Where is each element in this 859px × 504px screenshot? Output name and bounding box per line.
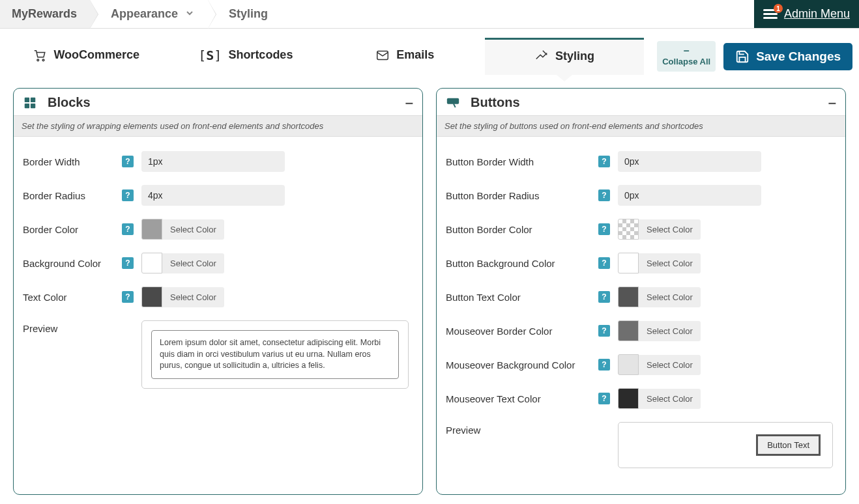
- admin-menu-label: Admin Menu: [784, 7, 850, 21]
- row-button-border-color: Button Border Color ? Select Color: [446, 212, 836, 246]
- tab-styling[interactable]: Styling: [485, 38, 645, 75]
- row-button-border-radius: Button Border Radius ?: [446, 178, 836, 212]
- row-border-color: Border Color ? Select Color: [23, 212, 413, 246]
- svg-rect-5: [25, 103, 29, 107]
- field-label: Button Border Color: [446, 224, 532, 235]
- select-color-button[interactable]: Select Color: [639, 219, 701, 240]
- color-swatch[interactable]: [141, 219, 162, 240]
- row-preview: Preview Lorem ipsum dolor sit amet, cons…: [23, 314, 413, 395]
- color-swatch-transparent[interactable]: [618, 219, 639, 240]
- save-icon: [735, 49, 750, 64]
- row-button-background-color: Button Background Color ? Select Color: [446, 246, 836, 280]
- button-border-radius-input[interactable]: [618, 185, 761, 206]
- save-label: Save Changes: [756, 49, 841, 64]
- select-color-button[interactable]: Select Color: [639, 253, 701, 273]
- select-color-button[interactable]: Select Color: [639, 321, 701, 341]
- tab-actions: – Collapse All Save Changes: [644, 38, 852, 75]
- panel-header: Buttons –: [437, 89, 845, 115]
- row-button-preview: Preview Button Text: [446, 415, 836, 475]
- help-icon[interactable]: ?: [598, 156, 610, 167]
- breadcrumb: MyRewards Appearance Styling: [0, 0, 754, 28]
- svg-rect-7: [447, 98, 459, 104]
- row-button-border-width: Button Border Width ?: [446, 145, 836, 178]
- select-color-button[interactable]: Select Color: [162, 287, 224, 307]
- tab-bar: WooCommerce [S] Shortcodes Emails Stylin…: [0, 29, 859, 75]
- field-label: Border Color: [23, 224, 78, 235]
- chevron-down-icon: [184, 8, 195, 20]
- help-icon[interactable]: ?: [122, 189, 134, 201]
- tab-woocommerce[interactable]: WooCommerce: [7, 38, 166, 75]
- breadcrumb-root[interactable]: MyRewards: [0, 0, 90, 28]
- panel-body: Button Border Width ? Button Border Radi…: [437, 137, 845, 494]
- panel-description: Set the styling of buttons used on front…: [437, 115, 845, 137]
- tab-label: Styling: [555, 49, 594, 63]
- help-icon[interactable]: ?: [598, 189, 610, 201]
- field-label: Text Color: [23, 292, 67, 303]
- select-color-button[interactable]: Select Color: [162, 253, 224, 273]
- select-color-button[interactable]: Select Color: [639, 389, 701, 409]
- field-label: Border Radius: [23, 190, 85, 201]
- breadcrumb-current: Styling: [217, 0, 281, 28]
- tab-shortcodes[interactable]: [S] Shortcodes: [166, 38, 326, 75]
- panel-collapse-toggle[interactable]: –: [405, 99, 413, 106]
- row-hover-border-color: Mouseover Border Color ? Select Color: [446, 314, 836, 348]
- panel-description: Set the styling of wrapping elements use…: [14, 115, 422, 137]
- cart-icon: [33, 48, 47, 63]
- top-bar: MyRewards Appearance Styling 1 Admin Men…: [0, 0, 859, 29]
- help-icon[interactable]: ?: [122, 257, 134, 269]
- color-swatch[interactable]: [618, 354, 639, 375]
- color-swatch[interactable]: [618, 287, 639, 307]
- svg-point-1: [43, 59, 45, 61]
- svg-point-0: [37, 59, 39, 61]
- help-icon[interactable]: ?: [598, 325, 610, 337]
- select-color-button[interactable]: Select Color: [639, 355, 701, 375]
- preview-text: Lorem ipsum dolor sit amet, consectetur …: [151, 330, 399, 379]
- help-icon[interactable]: ?: [122, 291, 134, 303]
- color-swatch[interactable]: [141, 253, 162, 273]
- row-border-width: Border Width ?: [23, 145, 413, 178]
- help-icon[interactable]: ?: [122, 156, 134, 167]
- minus-icon: –: [662, 45, 710, 57]
- collapse-all-button[interactable]: – Collapse All: [657, 41, 716, 72]
- select-color-button[interactable]: Select Color: [639, 287, 701, 307]
- breadcrumb-parent[interactable]: Appearance: [99, 0, 208, 28]
- field-label: Button Border Radius: [446, 190, 539, 201]
- button-border-width-input[interactable]: [618, 151, 761, 172]
- tab-emails[interactable]: Emails: [325, 38, 485, 75]
- shortcode-icon: [S]: [198, 48, 222, 63]
- field-label: Preview: [23, 323, 57, 334]
- panel-title: Blocks: [48, 95, 395, 110]
- help-icon[interactable]: ?: [598, 257, 610, 269]
- help-icon[interactable]: ?: [598, 359, 610, 371]
- panel-header: Blocks –: [14, 89, 422, 115]
- color-swatch[interactable]: [141, 287, 162, 307]
- panel-buttons: Buttons – Set the styling of buttons use…: [436, 88, 846, 495]
- help-icon[interactable]: ?: [598, 393, 610, 404]
- svg-rect-3: [25, 97, 29, 102]
- row-background-color: Background Color ? Select Color: [23, 246, 413, 280]
- svg-rect-6: [31, 103, 35, 107]
- save-changes-button[interactable]: Save Changes: [723, 43, 852, 70]
- help-icon[interactable]: ?: [598, 223, 610, 235]
- help-icon[interactable]: ?: [122, 223, 134, 235]
- row-border-radius: Border Radius ?: [23, 178, 413, 212]
- color-swatch[interactable]: [618, 320, 639, 341]
- admin-menu-button[interactable]: 1 Admin Menu: [754, 0, 859, 28]
- border-width-input[interactable]: [141, 151, 285, 172]
- field-label: Mouseover Border Color: [446, 326, 552, 337]
- border-radius-input[interactable]: [141, 185, 285, 206]
- panel-blocks: Blocks – Set the styling of wrapping ele…: [13, 88, 423, 495]
- row-button-text-color: Button Text Color ? Select Color: [446, 280, 836, 314]
- field-label: Preview: [446, 425, 480, 436]
- color-swatch[interactable]: [618, 253, 639, 273]
- preview-button[interactable]: Button Text: [756, 434, 821, 456]
- tab-label: Emails: [396, 48, 434, 62]
- field-label: Mouseover Text Color: [446, 393, 541, 404]
- panel-collapse-toggle[interactable]: –: [828, 99, 836, 106]
- help-icon[interactable]: ?: [598, 291, 610, 303]
- select-color-button[interactable]: Select Color: [162, 219, 224, 240]
- ruler-icon: [534, 49, 549, 63]
- row-text-color: Text Color ? Select Color: [23, 280, 413, 314]
- breadcrumb-parent-label: Appearance: [111, 7, 178, 21]
- color-swatch[interactable]: [618, 388, 639, 409]
